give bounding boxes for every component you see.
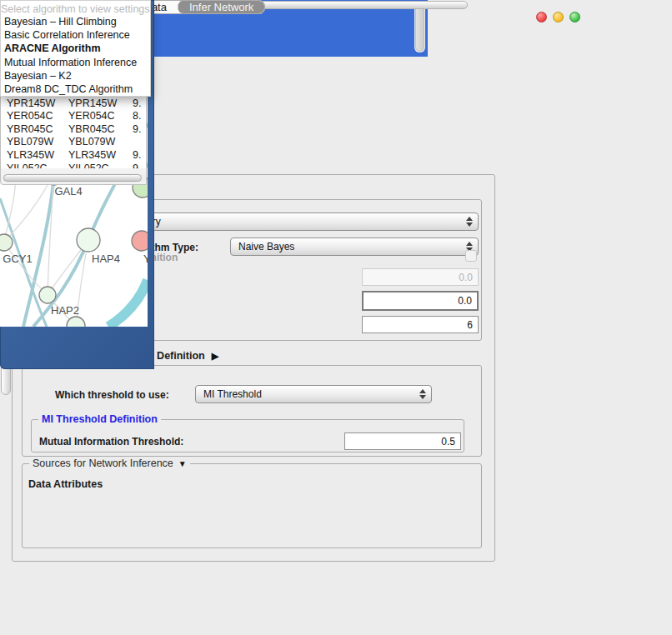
algorithm-option-mutual-information-inference[interactable]: Mutual Information Inference [1,56,150,69]
mi-threshold-label: Mutual Information Threshold: [39,436,183,448]
network-node[interactable] [67,317,85,327]
sources-group: Sources for Network Inference▼ [22,463,482,548]
table-cell: YER054C [64,110,130,122]
table-cell: 9. [130,98,141,109]
table-row[interactable]: YBR045CYBR045C9. [1,122,146,136]
node-label-hap2: HAP2 [51,304,79,317]
table-row[interactable]: YPR145WYPR145W9. [1,97,146,110]
network-node-gcy1[interactable] [0,234,13,251]
arrow-right-icon: ▶ [212,351,218,362]
mi-type-combo[interactable]: Naive Bayes [230,238,479,256]
algorithm-option-aracne-algorithm[interactable]: ARACNE Algorithm [1,42,150,55]
window-zoom-button[interactable] [569,12,580,22]
dpi-tolerance-value: 0.0 [458,295,472,307]
mi-threshold-legend: MI Threshold Definition [38,413,161,425]
table-cell: YBR045C [1,123,64,135]
table-cell: 9. [130,162,141,168]
which-threshold-combo[interactable]: MI Threshold [195,385,432,403]
table-cell: YLR345W [64,149,130,161]
kernel-width-field[interactable]: 0.0 [362,268,479,286]
tab-label: Infer Network [189,1,253,13]
node-label-hap4: HAP4 [92,252,120,265]
sources-legend-text: Sources for Network Inference [33,458,173,469]
table-cell: YER054C [1,110,64,122]
network-node-hap4[interactable] [77,228,100,252]
table-cell: YIL052C [64,162,130,168]
node-label-gal4: GAL4 [54,185,82,198]
table-cell: YIL052C [1,162,64,168]
which-threshold-value: MI Threshold [203,388,262,400]
table-cell: 9. [130,149,141,161]
manual-kernel-checkbox[interactable] [465,250,477,262]
window-minimize-button[interactable] [553,12,564,22]
network-node-y[interactable] [132,231,148,251]
mi-threshold-value: 0.5 [441,436,455,448]
algorithm-dropdown-popup: Select algorithm to view settings Bayesi… [0,0,151,97]
triangle-down-icon: ▼ [178,459,187,468]
table-cell: 8. [130,110,141,122]
table-row[interactable]: YIL052CYIL052C9. [1,162,146,168]
window-close-button[interactable] [536,12,547,22]
table-row[interactable]: YER054CYER054C8. [1,109,146,122]
aracne-mode-combo[interactable]: Discovery [108,212,479,231]
node-label-gcy1: GCY1 [3,252,32,265]
chevron-updown-icon [466,217,473,227]
algorithm-option-dream8-dc-tdc-algorithm[interactable]: Dream8 DC_TDC Algorithm [1,82,150,96]
chevron-updown-icon [419,389,426,399]
table-horizontal-scrollbar[interactable] [3,173,146,182]
node-label-y: Y [143,252,148,265]
mi-steps-value: 6 [467,319,473,331]
mi-threshold-field[interactable]: 0.5 [344,432,461,450]
kernel-width-value: 0.0 [459,272,473,283]
table-cell: 9. [130,123,141,135]
table-cell: YPR145W [1,98,64,109]
mi-type-value: Naive Bayes [238,241,294,252]
tab-infer-network[interactable]: Infer Network [178,1,264,13]
algorithm-option-bayesian-hill-climbing[interactable]: Bayesian – Hill Climbing [1,15,150,28]
algorithm-placeholder: Select algorithm to view settings [1,1,150,15]
which-threshold-label: Which threshold to use: [55,389,169,401]
network-node-hap2[interactable] [39,287,56,303]
table-cell: YBL079W [64,136,130,148]
sources-legend[interactable]: Sources for Network Inference▼ [29,458,190,469]
table-cell: YBL079W [1,136,64,148]
table-row[interactable]: YLR345WYLR345W9. [1,148,146,162]
table-row[interactable]: YBL079WYBL079W [1,136,146,149]
table-cell: YPR145W [64,98,130,109]
mi-steps-field[interactable]: 6 [362,316,479,333]
table-cell: YLR345W [1,149,64,161]
dpi-tolerance-field[interactable]: 0.0 [362,291,479,311]
algorithm-option-basic-correlation-inference[interactable]: Basic Correlation Inference [1,28,150,42]
data-attributes-label: Data Attributes [28,478,103,490]
table-cell: YBR045C [64,123,130,135]
algorithm-option-bayesian-k2[interactable]: Bayesian – K2 [1,69,150,82]
